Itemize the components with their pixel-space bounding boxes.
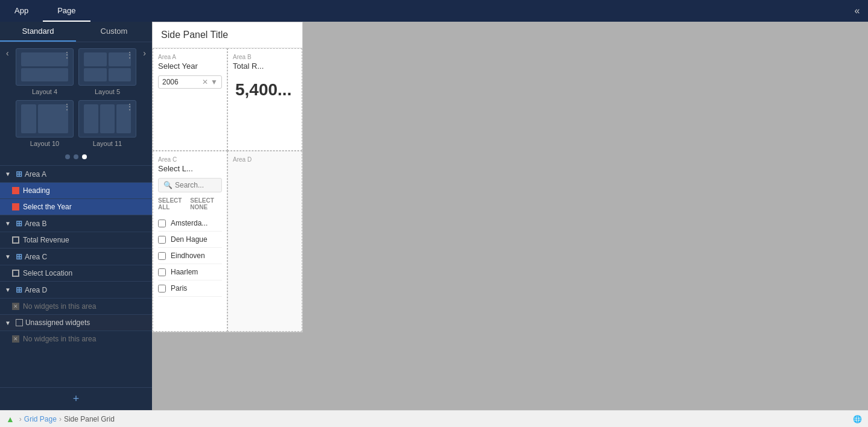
area-b-label: Area B — [25, 220, 47, 228]
area-d-arrow: ▼ — [5, 286, 11, 293]
select-all-button[interactable]: SELECT ALL — [158, 197, 185, 210]
breadcrumb: ▲ › Grid Page › Side Panel Grid — [6, 414, 115, 424]
tab-standard[interactable]: Standard — [0, 22, 76, 42]
panel-area-a: Area A Select Year 2006 ✕ ▼ — [153, 48, 227, 151]
panel-area-d: Area D — [227, 151, 302, 332]
breadcrumb-grid-page[interactable]: Grid Page — [24, 415, 57, 423]
panel-area-c: Area C Select L... 🔍 SELECT ALL SELECT N… — [153, 151, 227, 332]
collapse-button[interactable]: « — [846, 0, 868, 22]
layout-nav-right[interactable]: › — [142, 48, 147, 58]
select-location-label: Select Location — [23, 269, 72, 277]
area-d-no-widgets-label: No widgets in this area — [23, 302, 96, 311]
panel-top-row: Area A Select Year 2006 ✕ ▼ Area B Total… — [153, 48, 302, 151]
layout-10-menu[interactable]: ⋮ — [63, 103, 71, 111]
sidebar-tabs: Standard Custom — [0, 22, 152, 42]
sidebar: Standard Custom ‹ ⋮ — [0, 22, 152, 410]
search-icon: 🔍 — [163, 181, 173, 189]
breadcrumb-sep-0: › — [19, 415, 22, 423]
dot-1[interactable] — [65, 154, 70, 159]
den-hague-checkbox[interactable] — [158, 236, 166, 244]
dot-3[interactable] — [82, 154, 87, 159]
side-panel: Side Panel Title Area A Select Year 2006… — [152, 22, 303, 332]
heading-icon — [12, 187, 19, 194]
panel-area-c-label: Area C — [158, 156, 222, 163]
area-c-plus[interactable]: ⊞ — [16, 252, 22, 261]
paris-checkbox[interactable] — [158, 285, 166, 293]
area-c-header[interactable]: ▼ ⊞ Area C — [0, 248, 152, 265]
tree-item-total-revenue[interactable]: Total Revenue — [0, 232, 152, 248]
area-b-arrow: ▼ — [5, 220, 11, 227]
add-widget-button[interactable]: + — [0, 387, 152, 410]
area-d-header[interactable]: ▼ ⊞ Area D — [0, 281, 152, 298]
panel-area-d-label: Area D — [233, 156, 297, 163]
layout-11-menu[interactable]: ⋮ — [126, 103, 133, 111]
panel-area-a-title: Select Year — [158, 62, 222, 71]
amsterdam-checkbox[interactable] — [158, 220, 166, 227]
unassigned-no-widgets-label: No widgets in this area — [23, 335, 96, 343]
location-item-eindhoven: Eindhoven — [158, 248, 222, 264]
panel-area-b-label: Area B — [233, 54, 297, 60]
layout-11-label: Layout 11 — [93, 140, 122, 147]
area-a-plus[interactable]: ⊞ — [16, 169, 22, 179]
layout-11-thumb[interactable]: ⋮ Layout 11 — [78, 100, 136, 147]
heading-label: Heading — [23, 186, 50, 195]
year-arrow-button[interactable]: ▼ — [211, 78, 218, 86]
tree-item-select-location[interactable]: Select Location — [0, 265, 152, 281]
tree-item-heading[interactable]: Heading — [0, 182, 152, 198]
select-year-icon — [12, 203, 19, 210]
canvas: Side Panel Title Area A Select Year 2006… — [152, 22, 868, 410]
year-select[interactable]: 2006 ✕ ▼ — [158, 75, 222, 89]
panel-area-b-title: Total R... — [233, 62, 297, 71]
widget-tree: ▼ ⊞ Area A Heading Select the Year ▼ ⊞ A… — [0, 165, 152, 387]
layout-5-menu[interactable]: ⋮ — [126, 51, 133, 59]
select-location-icon — [12, 270, 19, 277]
panel-area-a-label: Area A — [158, 54, 222, 60]
unassigned-arrow: ▼ — [5, 320, 11, 326]
dot-2[interactable] — [74, 154, 78, 159]
layout-10-thumb[interactable]: ⋮ Layout 10 — [16, 100, 74, 147]
unassigned-label: Unassigned widgets — [25, 318, 90, 327]
year-clear-button[interactable]: ✕ — [202, 78, 208, 86]
layout-area: ‹ ⋮ Layout 4 — [0, 42, 152, 165]
area-d-x-icon: ✕ — [12, 303, 19, 310]
layout-4-label: Layout 4 — [32, 88, 57, 95]
area-a-arrow: ▼ — [5, 171, 11, 177]
location-search-input[interactable] — [175, 181, 217, 189]
area-d-plus[interactable]: ⊞ — [16, 285, 22, 294]
unassigned-header[interactable]: ▼ Unassigned widgets — [0, 314, 152, 331]
area-b-header[interactable]: ▼ ⊞ Area B — [0, 215, 152, 232]
layout-4-menu[interactable]: ⋮ — [63, 51, 71, 59]
tab-custom[interactable]: Custom — [76, 22, 152, 42]
eindhoven-checkbox[interactable] — [158, 252, 166, 260]
layout-4-thumb[interactable]: ⋮ Layout 4 — [16, 48, 74, 95]
tab-app[interactable]: App — [0, 0, 43, 22]
dot-indicators — [5, 154, 147, 159]
tab-page[interactable]: Page — [43, 0, 90, 22]
area-d-label: Area D — [25, 286, 47, 294]
select-none-button[interactable]: SELECT NONE — [190, 197, 222, 210]
unassigned-checkbox[interactable] — [16, 319, 23, 326]
eindhoven-label: Eindhoven — [171, 251, 205, 260]
layout-10-label: Layout 10 — [30, 140, 59, 147]
globe-icon[interactable]: 🌐 — [853, 415, 862, 423]
area-a-header[interactable]: ▼ ⊞ Area A — [0, 165, 152, 182]
panel-area-c-title: Select L... — [158, 164, 222, 173]
tree-item-select-year[interactable]: Select the Year — [0, 198, 152, 215]
layout-nav-left[interactable]: ‹ — [5, 48, 10, 58]
haarlem-label: Haarlem — [171, 268, 198, 276]
logo-icon: ▲ — [6, 414, 14, 424]
area-c-arrow: ▼ — [5, 253, 11, 260]
total-revenue-icon — [12, 236, 19, 244]
area-a-label: Area A — [25, 170, 46, 179]
top-bar: App Page « — [0, 0, 868, 22]
layout-5-label: Layout 5 — [95, 88, 120, 95]
location-search-bar[interactable]: 🔍 — [158, 178, 222, 192]
location-actions: SELECT ALL SELECT NONE — [158, 197, 222, 210]
location-item-amsterdam: Amsterda... — [158, 215, 222, 232]
location-item-den-hague: Den Hague — [158, 232, 222, 248]
unassigned-x-icon: ✕ — [12, 335, 19, 343]
panel-bottom-row: Area C Select L... 🔍 SELECT ALL SELECT N… — [153, 151, 302, 332]
layout-5-thumb[interactable]: ⋮ Layout 5 — [78, 48, 136, 95]
area-b-plus[interactable]: ⊞ — [16, 219, 22, 228]
haarlem-checkbox[interactable] — [158, 268, 166, 276]
